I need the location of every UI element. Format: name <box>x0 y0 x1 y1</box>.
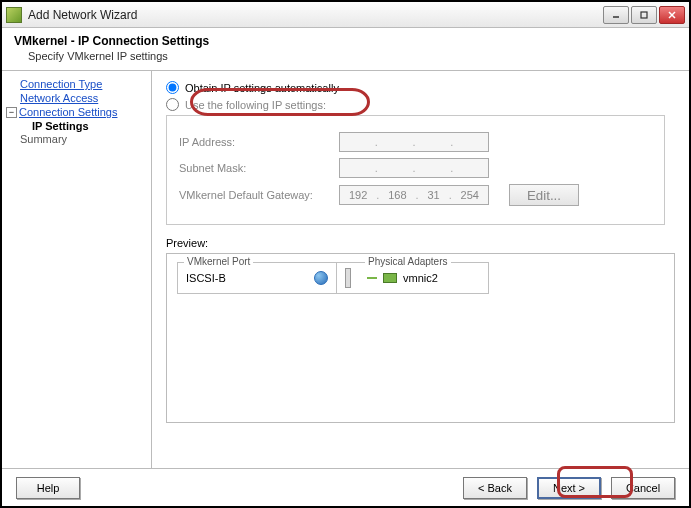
subnet-mask-row: Subnet Mask: . . . <box>179 158 652 178</box>
uplink-line-icon <box>367 277 377 279</box>
preview-label: Preview: <box>166 237 675 249</box>
radio-auto-ip-label: Obtain IP settings automatically <box>185 82 339 94</box>
help-button[interactable]: Help <box>16 477 80 499</box>
svg-rect-1 <box>641 12 647 18</box>
edit-gateway-button: Edit... <box>509 184 579 206</box>
radio-manual-ip-input[interactable] <box>166 98 179 111</box>
cancel-button[interactable]: Cancel <box>611 477 675 499</box>
minimize-button[interactable] <box>603 6 629 24</box>
gateway-label: VMkernel Default Gateway: <box>179 189 339 201</box>
tree-collapse-icon[interactable]: − <box>6 107 17 118</box>
ip-address-input: . . . <box>339 132 489 152</box>
app-icon <box>6 7 22 23</box>
vswitch-icon <box>345 268 351 288</box>
step-connection-settings-row: − Connection Settings <box>6 105 147 119</box>
back-button[interactable]: < Back <box>463 477 527 499</box>
physical-adapters-legend: Physical Adapters <box>365 256 451 267</box>
step-summary: Summary <box>6 133 147 145</box>
gateway-row: VMkernel Default Gateway: 192. 168. 31. … <box>179 184 652 206</box>
wizard-header: VMkernel - IP Connection Settings Specif… <box>2 28 689 71</box>
radio-auto-ip[interactable]: Obtain IP settings automatically <box>166 81 675 94</box>
vswitch-diagram: VMkernel Port ISCSI-B Physical Adapters … <box>177 262 664 294</box>
vmkernel-port-legend: VMkernel Port <box>184 256 253 267</box>
physical-adapter-name: vmnic2 <box>403 272 438 284</box>
wizard-footer: Help < Back Next > Cancel <box>2 469 689 507</box>
subnet-mask-label: Subnet Mask: <box>179 162 339 174</box>
step-connection-type[interactable]: Connection Type <box>6 77 147 91</box>
wizard-body: Connection Type Network Access − Connect… <box>2 71 689 469</box>
wizard-content: Obtain IP settings automatically Use the… <box>152 71 689 468</box>
gateway-input: 192. 168. 31. 254 <box>339 185 489 205</box>
titlebar: Add Network Wizard <box>2 2 689 28</box>
step-ip-settings: IP Settings <box>6 120 147 132</box>
page-subtitle: Specify VMkernel IP settings <box>14 50 677 62</box>
radio-manual-ip-label: Use the following IP settings: <box>185 99 326 111</box>
maximize-button[interactable] <box>631 6 657 24</box>
step-connection-settings[interactable]: Connection Settings <box>19 105 117 119</box>
physical-adapters-group: Physical Adapters vmnic2 <box>359 262 489 294</box>
wizard-steps-sidebar: Connection Type Network Access − Connect… <box>2 71 152 468</box>
window-buttons <box>603 6 685 24</box>
nic-icon <box>383 273 397 283</box>
radio-auto-ip-input[interactable] <box>166 81 179 94</box>
radio-manual-ip[interactable]: Use the following IP settings: <box>166 98 675 111</box>
window-title: Add Network Wizard <box>28 8 603 22</box>
next-button[interactable]: Next > <box>537 477 601 499</box>
subnet-mask-input: . . . <box>339 158 489 178</box>
vswitch-node <box>337 262 359 294</box>
close-button[interactable] <box>659 6 685 24</box>
ip-address-row: IP Address: . . . <box>179 132 652 152</box>
vmkernel-port-group: VMkernel Port ISCSI-B <box>177 262 337 294</box>
step-network-access[interactable]: Network Access <box>6 91 147 105</box>
ip-address-label: IP Address: <box>179 136 339 148</box>
page-title: VMkernel - IP Connection Settings <box>14 34 677 48</box>
vmkernel-icon <box>314 271 328 285</box>
vmkernel-port-name: ISCSI-B <box>186 272 226 284</box>
ip-fields-group: IP Address: . . . Subnet Mask: . . . V <box>166 115 665 225</box>
preview-box: VMkernel Port ISCSI-B Physical Adapters … <box>166 253 675 423</box>
